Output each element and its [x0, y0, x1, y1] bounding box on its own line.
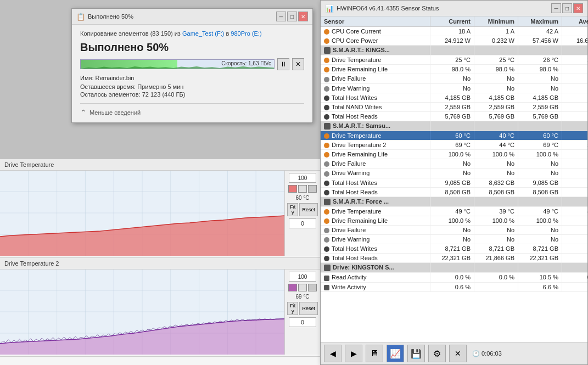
sensor-minimum: 8,721 GB	[474, 244, 518, 253]
sensor-maximum: No	[518, 169, 562, 177]
toolbar-monitor-button[interactable]: 🖥	[366, 345, 383, 362]
sensor-icon	[324, 58, 329, 63]
progress-bar: Скорость: 1,63 ГБ/с	[80, 59, 275, 69]
col-current: Current	[430, 16, 474, 26]
sensor-icon-orange	[324, 29, 329, 35]
toolbar-chart-button[interactable]: 📈	[387, 345, 404, 362]
sensor-average	[562, 159, 587, 168]
source-link[interactable]: Game_Test (F:)	[182, 30, 224, 37]
sensor-icon	[324, 161, 329, 167]
percent-title: Выполнено 50%	[80, 41, 304, 54]
sensor-label: Drive Remaining Life	[321, 216, 430, 225]
toolbar-close-button[interactable]: ✕	[449, 345, 467, 362]
sensor-label: Drive Remaining Life	[321, 150, 430, 159]
sensor-icon	[324, 171, 329, 177]
toolbar-settings-button[interactable]: ⚙	[428, 345, 446, 362]
speed-label: Скорость: 1,63 ГБ/с	[221, 60, 271, 66]
copy-dialog: 📋 Выполнено 50% ─ □ ✕ Копирование элемен…	[71, 8, 313, 123]
sensor-maximum: 4,185 GB	[518, 93, 562, 102]
col-minimum: Minimum	[474, 16, 518, 26]
pause-button[interactable]: ⏸	[277, 58, 289, 70]
graph2-color-box3[interactable]	[308, 284, 317, 291]
graph1-header: Drive Temperature	[0, 159, 320, 171]
hwinfo-minimize-button[interactable]: ─	[551, 3, 561, 13]
sensor-icon	[324, 86, 329, 92]
sensor-current: 0.6 %	[430, 283, 474, 291]
graph2-color-purple[interactable]	[288, 284, 297, 291]
graph1-fit-button[interactable]: Fit y	[287, 203, 298, 216]
graph1-max: 100	[289, 173, 316, 183]
sensor-label: Total Host Writes	[321, 93, 430, 102]
sensor-average: 13 A	[562, 27, 587, 36]
close-button[interactable]: ✕	[298, 12, 308, 21]
table-row: Drive Failure No No No	[321, 74, 587, 83]
sensor-maximum: 22,321 GB	[518, 254, 562, 262]
graph1-color-box3[interactable]	[308, 185, 317, 193]
table-row: Total Host Writes 4,185 GB 4,185 GB 4,18…	[321, 93, 587, 103]
sensor-minimum: No	[474, 159, 518, 168]
details-toggle[interactable]: ⌃ Меньше сведений	[80, 103, 304, 117]
sensor-icon	[324, 237, 329, 243]
hwinfo-win-buttons: ─ □ ✕	[551, 3, 583, 13]
sensor-current: 8,508 GB	[430, 188, 474, 196]
toolbar-fwd-button[interactable]: ▶	[345, 345, 362, 362]
sensor-label: Total NAND Writes	[321, 103, 430, 111]
hwinfo-toolbar: ◀ ▶ 🖥 📈 💾 ⚙ ✕ 🕐 0:06:03	[321, 342, 587, 364]
sensor-icon	[324, 228, 329, 233]
sensor-maximum: 69 °C	[518, 141, 562, 149]
sensor-maximum: No	[518, 159, 562, 168]
sensor-icon	[324, 181, 329, 186]
minimize-button[interactable]: ─	[276, 12, 286, 21]
drive-icon	[324, 199, 331, 205]
graph2-btn-row: Fit y Reset	[287, 302, 318, 315]
sensor-icon	[324, 96, 329, 101]
sensor-label: Drive Warning	[321, 84, 430, 93]
graph1-color-box2[interactable]	[298, 185, 307, 193]
sensor-minimum: 100.0 %	[474, 150, 518, 159]
toolbar-back-button[interactable]: ◀	[324, 345, 341, 362]
sensor-maximum: 49 °C	[518, 207, 562, 216]
sections-container: S.M.A.R.T.: KINGS... Drive Temperature 2…	[321, 46, 587, 291]
sensor-minimum: 25 °C	[474, 55, 518, 64]
group-label: Drive: KINGSTON S...	[321, 263, 430, 272]
sensor-average	[562, 216, 587, 225]
copy-icon: 📋	[76, 13, 85, 21]
sensor-current: 5,769 GB	[430, 112, 474, 121]
graph1-color-red[interactable]	[288, 185, 297, 193]
sensor-label: Total Host Reads	[321, 112, 430, 121]
sensor-average	[562, 254, 587, 262]
table-row: Total Host Writes 8,721 GB 8,721 GB 8,72…	[321, 244, 587, 254]
sensor-maximum: 98.0 %	[518, 65, 562, 74]
table-row: Total Host Writes 9,085 GB 8,632 GB 9,08…	[321, 178, 587, 188]
sensor-average	[562, 65, 587, 74]
toolbar-save-button[interactable]: 💾	[407, 345, 425, 362]
sensor-maximum: 42 A	[518, 27, 562, 36]
graph1-reset-button[interactable]: Reset	[299, 203, 318, 216]
cpu-rows: CPU Core Current 18 A 1 A 42 A 13 A CPU …	[321, 27, 587, 46]
hwinfo-scroll-area[interactable]: CPU Core Current 18 A 1 A 42 A 13 A CPU …	[321, 27, 587, 342]
col-sensor: Sensor	[321, 16, 430, 26]
sensor-maximum: 100.0 %	[518, 216, 562, 225]
sensor-current: 24.912 W	[430, 36, 474, 45]
cancel-button[interactable]: ✕	[292, 58, 304, 70]
sensor-current: 25 °C	[430, 55, 474, 64]
sensor-icon	[324, 133, 329, 139]
group-label: S.M.A.R.T.: Force ...	[321, 197, 430, 206]
copy-dialog-titlebar: 📋 Выполнено 50% ─ □ ✕	[72, 9, 312, 25]
graph2-reset-button[interactable]: Reset	[299, 302, 318, 315]
maximize-button[interactable]: □	[287, 12, 297, 21]
graph2-color-box2[interactable]	[298, 284, 307, 291]
sensor-current: 60 °C	[430, 131, 474, 140]
sensor-minimum: 4,185 GB	[474, 93, 518, 102]
sensor-maximum: No	[518, 84, 562, 93]
hwinfo-close-button[interactable]: ✕	[573, 3, 583, 13]
sensor-label: CPU Core Current	[321, 27, 430, 36]
window-buttons: ─ □ ✕	[276, 12, 308, 21]
graph2-fit-button[interactable]: Fit y	[287, 302, 298, 315]
dest-link[interactable]: 980Pro (E:)	[231, 30, 261, 37]
sensor-icon	[324, 105, 329, 110]
graph1-color-boxes	[288, 185, 317, 193]
sensor-maximum: No	[518, 226, 562, 234]
sensor-average	[562, 244, 587, 253]
hwinfo-maximize-button[interactable]: □	[562, 3, 572, 13]
